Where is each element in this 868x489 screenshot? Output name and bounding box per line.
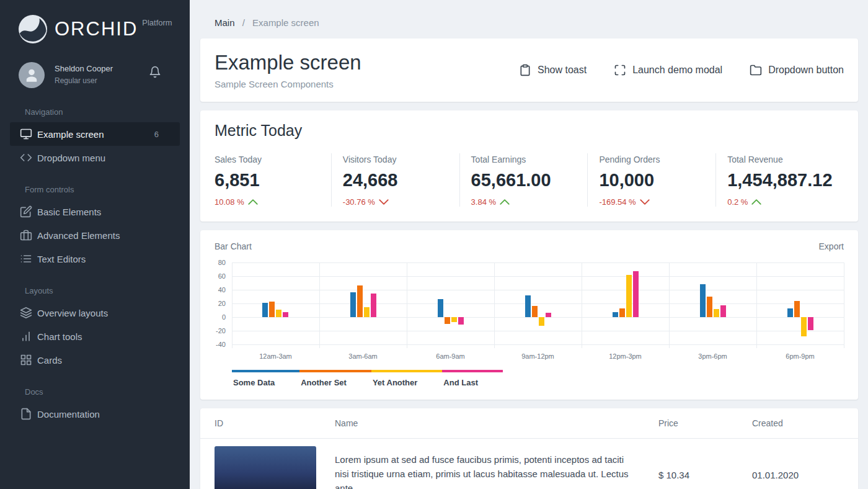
brand-name: ORCHID	[55, 15, 138, 43]
nav-section-label: Docs	[0, 372, 190, 402]
bar-some-data	[350, 292, 356, 317]
bar-yet-another	[539, 317, 544, 326]
nav-item-label: Text Editors	[37, 254, 86, 264]
y-axis-tick-label: 60	[218, 272, 226, 280]
v-gridline	[582, 262, 582, 348]
page-title: Example screen	[215, 51, 361, 74]
bar-another-set	[619, 308, 625, 317]
sidebar-item-text-editors[interactable]: Text Editors	[10, 247, 180, 271]
bar-another-set	[794, 301, 800, 317]
metric-label: Total Revenue	[727, 155, 835, 164]
table-header: IDNamePriceCreated	[200, 408, 858, 439]
nav-item-badge: 6	[154, 130, 159, 139]
page-header-card: Example screen Sample Screen Components …	[200, 38, 858, 102]
column-header-created[interactable]: Created	[752, 408, 844, 438]
legend-item-yet-another[interactable]: Yet Another	[371, 370, 442, 387]
action-button-label: Launch demo modal	[632, 65, 722, 76]
column-header-price[interactable]: Price	[658, 408, 752, 438]
brand[interactable]: ORCHID Platform	[0, 0, 190, 43]
nav-item-label: Documentation	[37, 409, 100, 419]
chart-card: Bar Chart Export 806040200-20-40 12am-3a…	[200, 230, 858, 400]
sidebar-item-advanced-elements[interactable]: Advanced Elements	[10, 223, 180, 247]
metric-label: Sales Today	[215, 155, 322, 164]
bar-some-data	[613, 312, 618, 317]
metric-value: 65,661.00	[471, 170, 579, 191]
breadcrumb-root[interactable]: Main	[215, 17, 235, 28]
h-gridline	[232, 344, 844, 345]
metric-change: -169.54 %	[599, 197, 707, 207]
sidebar-item-example-screen[interactable]: Example screen6	[10, 122, 180, 146]
metrics-card: Metric Today Sales Today6,85110.08 %Visi…	[200, 110, 858, 222]
photo-thumbnail	[215, 446, 316, 489]
x-axis-tick-label: 12am-3am	[232, 352, 319, 360]
metric-change: 0.2 %	[727, 197, 835, 207]
column-header-id[interactable]: ID	[215, 408, 335, 438]
column-header-name[interactable]: Name	[335, 408, 658, 438]
bar-and-last	[458, 317, 464, 325]
v-gridline	[844, 262, 844, 348]
avatar[interactable]	[19, 62, 45, 88]
table-row[interactable]: Lorem ipsum at sed ad fusce faucibus pri…	[200, 439, 858, 489]
metric-change-text: -30.76 %	[343, 197, 375, 207]
bar-some-data	[525, 295, 531, 317]
legend-item-and-last[interactable]: And Last	[442, 370, 503, 387]
x-axis-tick-label: 9am-12pm	[494, 352, 582, 360]
action-button-label: Dropdown button	[768, 65, 844, 76]
caret-up-icon	[499, 199, 510, 205]
x-axis-tick-label: 3am-6am	[319, 352, 407, 360]
bar-yet-another	[801, 317, 807, 336]
sidebar-item-cards[interactable]: Cards	[10, 348, 180, 372]
sidebar-item-basic-elements[interactable]: Basic Elements	[10, 200, 180, 223]
file-icon	[20, 408, 32, 420]
sidebar-item-overview-layouts[interactable]: Overview layouts	[10, 301, 180, 325]
legend-item-another-set[interactable]: Another Set	[299, 370, 371, 387]
legend-item-some-data[interactable]: Some Data	[232, 370, 299, 387]
y-axis-tick-label: -20	[216, 327, 226, 334]
sidebar-item-chart-tools[interactable]: Chart tools	[10, 325, 180, 348]
nav-section-label: Form controls	[0, 169, 190, 200]
sidebar-item-documentation[interactable]: Documentation	[10, 402, 180, 426]
metric-label: Pending Orders	[599, 155, 707, 164]
breadcrumb-separator: /	[242, 17, 245, 28]
metric-total-revenue: Total Revenue1,454,887.120.2 %	[716, 153, 844, 207]
bar-and-last	[546, 313, 551, 317]
sidebar-item-dropdown-menu[interactable]: Dropdown menu	[10, 146, 180, 169]
folder-icon	[750, 64, 762, 76]
h-gridline	[232, 303, 844, 304]
bar-another-set	[445, 317, 450, 324]
legend-label: And Last	[443, 378, 478, 387]
bar-and-last	[371, 294, 376, 318]
sidebar: ORCHID Platform Sheldon Cooper Regular u…	[0, 0, 190, 489]
cell-created: 01.01.2020	[752, 446, 844, 489]
layers-icon	[20, 307, 32, 319]
x-axis-tick-label: 12pm-3pm	[582, 352, 669, 360]
show-toast-button[interactable]: Show toast	[519, 64, 587, 76]
bell-icon[interactable]	[149, 66, 161, 78]
v-gridline	[756, 262, 757, 348]
metric-change: 10.08 %	[215, 197, 322, 207]
metric-change-text: 10.08 %	[215, 197, 244, 207]
dropdown-button-button[interactable]: Dropdown button	[750, 64, 844, 76]
export-button[interactable]: Export	[819, 241, 844, 251]
bar-another-set	[357, 285, 363, 317]
h-gridline	[232, 262, 844, 263]
chart-legend: Some DataAnother SetYet AnotherAnd Last	[232, 370, 844, 387]
launch-demo-modal-button[interactable]: Launch demo modal	[614, 64, 722, 76]
nav-item-label: Basic Elements	[37, 207, 101, 217]
chart-title: Bar Chart	[215, 241, 252, 251]
h-gridline	[232, 331, 844, 331]
bar-another-set	[269, 302, 275, 317]
metric-label: Visitors Today	[343, 155, 451, 164]
h-gridline	[232, 290, 844, 290]
nav-item-label: Example screen	[37, 129, 104, 140]
caret-up-icon	[247, 199, 259, 205]
grid-icon	[20, 354, 32, 366]
monitor-icon	[20, 128, 32, 140]
bar-and-last	[720, 305, 726, 317]
bar-yet-another	[364, 307, 370, 318]
metric-value: 6,851	[215, 170, 322, 191]
nav-section-label: Navigation	[0, 92, 190, 122]
bar-yet-another	[626, 275, 632, 317]
user-panel: Sheldon Cooper Regular user	[0, 43, 190, 88]
bar-yet-another	[451, 317, 457, 322]
